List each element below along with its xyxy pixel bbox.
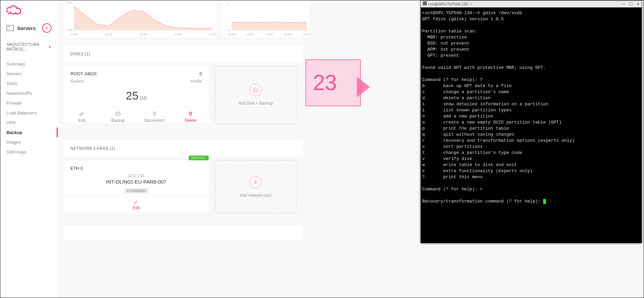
plus-icon: + [250, 176, 262, 188]
nav-item-load-balancers[interactable]: Load Balancers [0, 108, 58, 118]
disk-actions: Edit Backup Disconnect Delete [64, 107, 209, 126]
window-close-icon[interactable]: ✕ [636, 1, 640, 7]
nav-item-networks-ips[interactable]: Networks/IPs [0, 88, 58, 98]
terminal-title: root@SRV-TEP500-130: ~ [428, 2, 472, 6]
svg-text:1: 1 [228, 1, 230, 5]
chevron-down-icon: ▼ [48, 45, 52, 49]
nav-item-ssh-keys[interactable]: SSH Keys [0, 147, 58, 157]
nav-item-firewall[interactable]: Firewall [0, 98, 58, 108]
sidebar-nav: SummaryServersDisksNetworks/IPsFirewallL… [0, 59, 58, 157]
pencil-icon [133, 199, 139, 205]
disk-card: ROOT-34629 0 System NVMe 25GB Edit [64, 66, 209, 123]
window-minimize-icon[interactable]: — [622, 1, 626, 7]
network-header: NETWORK CARDS (1) [64, 140, 303, 157]
nav-item-images[interactable]: Images [0, 137, 58, 147]
nav-item-servers[interactable]: Servers [0, 69, 58, 79]
network-edit-button[interactable]: Edit [64, 196, 209, 213]
terminal-icon [423, 1, 427, 5]
pencil-icon [79, 111, 85, 117]
sidebar-header: Servers + [0, 16, 58, 33]
disk-name: ROOT-34629 [70, 71, 96, 76]
charts-strip: 0%5%10:5010:5210:5410:5610:58 0110:5010:… [64, 0, 309, 37]
svg-text:10:58: 10:58 [303, 33, 309, 36]
svg-text:10:56: 10:56 [174, 33, 182, 36]
svg-text:10:54: 10:54 [265, 33, 273, 36]
add-disk-button[interactable]: Add Disk + Backup [215, 66, 296, 124]
svg-text:10:50: 10:50 [70, 33, 78, 36]
add-disk-clock-icon [250, 84, 262, 96]
svg-text:10:56: 10:56 [284, 33, 292, 36]
terminal-cursor [543, 199, 546, 204]
nav-item-vpn[interactable]: VPN [0, 118, 58, 128]
empty-card [64, 225, 303, 240]
nav-item-summary[interactable]: Summary [0, 59, 58, 69]
chart-usage: 0110:5010:5210:5410:5610:58 [222, 0, 309, 37]
disk-count: 0 [200, 71, 202, 76]
drive-icon [115, 111, 121, 117]
svg-text:10:52: 10:52 [246, 33, 254, 36]
add-server-button[interactable]: + [42, 23, 52, 33]
section-empty [64, 225, 303, 240]
disk-tier: NVMe [191, 79, 202, 84]
network-ip: 10.0.1.91 [64, 173, 209, 178]
disk-backup-button[interactable]: Backup [100, 107, 137, 126]
network-card: DEFAULT ETH 0 10.0.1.91 INT-OLIN02-EU-PA… [64, 160, 209, 213]
sidebar-group-label: ARQUITECTURA MICROS... [6, 42, 46, 52]
annotation-number: 23 [313, 70, 337, 95]
svg-text:0: 0 [228, 28, 230, 32]
svg-text:10:58: 10:58 [209, 33, 215, 36]
svg-rect-16 [116, 113, 121, 115]
arrow-right-icon [357, 77, 370, 97]
window-maximize-icon[interactable]: ☐ [629, 1, 633, 7]
svg-text:10:52: 10:52 [105, 33, 113, 36]
svg-text:5%: 5% [67, 1, 72, 5]
brand-logo-icon[interactable] [6, 4, 22, 16]
terminal-body[interactable]: root@SRV-TEP500-130:~# gdisk /dev/xvdb G… [421, 7, 642, 246]
section-network: NETWORK CARDS (1) DEFAULT ETH 0 10.0.1.9… [64, 140, 303, 213]
svg-text:0%: 0% [67, 28, 72, 32]
disk-disconnect-button[interactable]: Disconnect [136, 107, 173, 126]
disk-edit-button[interactable]: Edit [64, 107, 100, 126]
network-card-name: ETH 0 [64, 160, 209, 173]
sidebar-title: Servers [17, 25, 36, 31]
sidebar-group[interactable]: ARQUITECTURA MICROS... ▼ [0, 33, 58, 52]
disks-header: DISKS (1) [64, 46, 303, 62]
disk-size: 25GB [64, 87, 209, 107]
disk-delete-button[interactable]: Delete [173, 107, 209, 126]
plug-icon [151, 111, 158, 117]
nav-item-backup[interactable]: Backup [0, 128, 58, 137]
add-disk-label: Add Disk + Backup [238, 101, 273, 106]
section-disks: DISKS (1) ROOT-34629 0 System NVMe 25GB [64, 46, 303, 124]
disk-type: System [70, 79, 84, 84]
main-content: 0%5%10:5010:5210:5410:5610:58 0110:5010:… [58, 0, 644, 298]
default-badge: DEFAULT [189, 156, 209, 160]
svg-text:10:54: 10:54 [140, 33, 147, 36]
add-network-card-button[interactable]: + Add network card [215, 160, 296, 213]
terminal-titlebar[interactable]: root@SRV-TEP500-130: ~ — ☐ ✕ [421, 1, 642, 7]
network-name: INT-OLIN02-EU-PAR8-007 [64, 179, 209, 185]
app-root: Servers + ARQUITECTURA MICROS... ▼ Summa… [0, 0, 644, 298]
chart-usage-pct: 0%5%10:5010:5210:5410:5610:58 [64, 0, 215, 37]
annotation-step: 23 [305, 59, 361, 106]
terminal-window[interactable]: root@SRV-TEP500-130: ~ — ☐ ✕ root@SRV-TE… [420, 0, 642, 243]
sidebar: Servers + ARQUITECTURA MICROS... ▼ Summa… [0, 0, 58, 298]
trash-icon [187, 111, 194, 117]
nav-item-disks[interactable]: Disks [0, 79, 58, 88]
servers-icon [6, 25, 14, 31]
add-network-label: Add network card [240, 193, 271, 198]
network-tag: STANDARD [124, 188, 148, 194]
svg-text:10:50: 10:50 [228, 33, 236, 36]
